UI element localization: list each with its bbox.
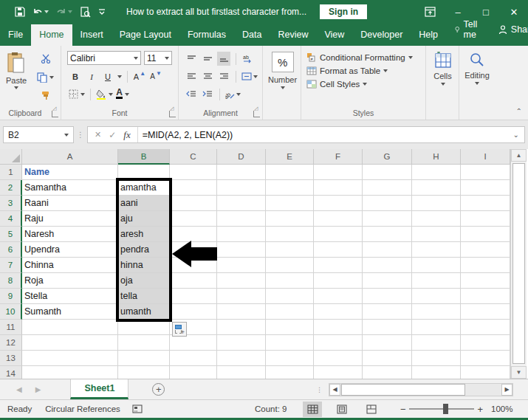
- cell-F6[interactable]: [314, 242, 363, 258]
- cell-F3[interactable]: [314, 196, 363, 211]
- cell-C5[interactable]: [170, 227, 217, 242]
- save-icon[interactable]: [15, 7, 25, 17]
- cell-I3[interactable]: [461, 196, 510, 211]
- zoom-in-button[interactable]: +: [474, 404, 486, 415]
- cell-G3[interactable]: [363, 196, 412, 211]
- tab-insert[interactable]: Insert: [72, 24, 112, 46]
- number-format-button[interactable]: % Number: [268, 52, 297, 89]
- row-header-9[interactable]: 9: [0, 289, 22, 304]
- cell-styles-button[interactable]: Cell Styles: [306, 80, 413, 89]
- cell-D13[interactable]: [217, 351, 266, 366]
- zoom-out-button[interactable]: −: [397, 404, 409, 415]
- cell-I7[interactable]: [461, 258, 510, 273]
- increase-indent-button[interactable]: [201, 87, 214, 101]
- row-header-8[interactable]: 8: [0, 273, 22, 289]
- print-preview-icon[interactable]: [80, 7, 91, 18]
- horizontal-scroll-thumb[interactable]: [341, 384, 465, 396]
- cell-A8[interactable]: Roja: [22, 273, 118, 289]
- cell-I2[interactable]: [461, 180, 510, 196]
- cell-E4[interactable]: [266, 211, 314, 227]
- tab-file[interactable]: File: [0, 24, 31, 46]
- cell-I5[interactable]: [461, 227, 510, 242]
- redo-button[interactable]: [56, 7, 72, 16]
- ribbon-display-options-icon[interactable]: [416, 0, 444, 24]
- cell-B8[interactable]: oja: [118, 273, 170, 289]
- scroll-up-icon[interactable]: ▲: [511, 149, 527, 162]
- column-header-A[interactable]: A: [22, 149, 118, 165]
- cell-B10[interactable]: umanth: [118, 304, 170, 320]
- cell-B11[interactable]: [118, 320, 170, 335]
- zoom-level[interactable]: 100%: [491, 404, 512, 413]
- column-header-H[interactable]: H: [412, 149, 461, 165]
- editing-button[interactable]: Editing: [463, 52, 491, 85]
- cell-E7[interactable]: [266, 258, 314, 273]
- cell-E10[interactable]: [266, 304, 314, 320]
- cell-G4[interactable]: [363, 211, 412, 227]
- cell-I11[interactable]: [461, 320, 510, 335]
- cell-C2[interactable]: [170, 180, 217, 196]
- row-header-1[interactable]: 1: [0, 165, 22, 180]
- macro-record-icon[interactable]: [132, 404, 143, 413]
- cell-B1[interactable]: [118, 165, 170, 180]
- cell-F9[interactable]: [314, 289, 363, 304]
- cell-I4[interactable]: [461, 211, 510, 227]
- cell-H6[interactable]: [412, 242, 461, 258]
- cell-D9[interactable]: [217, 289, 266, 304]
- fill-color-button[interactable]: [96, 87, 113, 101]
- scroll-right-icon[interactable]: ▶: [501, 384, 512, 396]
- cell-E9[interactable]: [266, 289, 314, 304]
- cell-F8[interactable]: [314, 273, 363, 289]
- cell-G7[interactable]: [363, 258, 412, 273]
- cell-H10[interactable]: [412, 304, 461, 320]
- tab-help[interactable]: Help: [411, 24, 446, 46]
- column-header-C[interactable]: C: [170, 149, 217, 165]
- row-header-12[interactable]: 12: [0, 335, 22, 351]
- align-top-icon[interactable]: [185, 52, 198, 66]
- cell-C3[interactable]: [170, 196, 217, 211]
- cell-C8[interactable]: [170, 273, 217, 289]
- grow-font-button[interactable]: A▲: [133, 69, 146, 83]
- column-header-D[interactable]: D: [217, 149, 266, 165]
- cell-C14[interactable]: [170, 366, 217, 379]
- cut-button[interactable]: [37, 52, 54, 66]
- formula-input[interactable]: =MID(A2, 2, LEN(A2)): [138, 130, 508, 140]
- cell-H7[interactable]: [412, 258, 461, 273]
- tell-me-tab[interactable]: Tell me: [446, 14, 490, 46]
- cell-B6[interactable]: pendra: [118, 242, 170, 258]
- copy-button[interactable]: [37, 70, 54, 84]
- scroll-down-icon[interactable]: ▼: [511, 366, 527, 379]
- row-header-5[interactable]: 5: [0, 227, 22, 242]
- column-header-F[interactable]: F: [314, 149, 363, 165]
- cell-C12[interactable]: [170, 335, 217, 351]
- cell-H14[interactable]: [412, 366, 461, 379]
- cell-E14[interactable]: [266, 366, 314, 379]
- font-dialog-launcher[interactable]: [169, 111, 176, 117]
- cell-A5[interactable]: Naresh: [22, 227, 118, 242]
- cell-G6[interactable]: [363, 242, 412, 258]
- customize-qat-icon[interactable]: [98, 8, 106, 16]
- cell-F12[interactable]: [314, 335, 363, 351]
- cell-A1[interactable]: Name: [22, 165, 118, 180]
- autofill-options-button[interactable]: +: [172, 322, 187, 337]
- cell-G14[interactable]: [363, 366, 412, 379]
- row-header-3[interactable]: 3: [0, 196, 22, 211]
- cell-B13[interactable]: [118, 351, 170, 366]
- insert-function-icon[interactable]: fx: [123, 129, 130, 141]
- clipboard-dialog-launcher[interactable]: [52, 111, 58, 117]
- cell-B7[interactable]: hinna: [118, 258, 170, 273]
- cell-F14[interactable]: [314, 366, 363, 379]
- scroll-left-icon[interactable]: ◀: [329, 384, 340, 396]
- row-header-10[interactable]: 10: [0, 304, 22, 320]
- cell-B14[interactable]: [118, 366, 170, 379]
- cell-C1[interactable]: [170, 165, 217, 180]
- tab-data[interactable]: Data: [234, 24, 270, 46]
- cell-A13[interactable]: [22, 351, 118, 366]
- zoom-slider[interactable]: [409, 408, 475, 410]
- cell-F10[interactable]: [314, 304, 363, 320]
- cell-G13[interactable]: [363, 351, 412, 366]
- row-header-4[interactable]: 4: [0, 211, 22, 227]
- merge-center-button[interactable]: [241, 69, 258, 83]
- cell-C4[interactable]: [170, 211, 217, 227]
- name-box[interactable]: B2: [3, 126, 74, 143]
- cell-F1[interactable]: [314, 165, 363, 180]
